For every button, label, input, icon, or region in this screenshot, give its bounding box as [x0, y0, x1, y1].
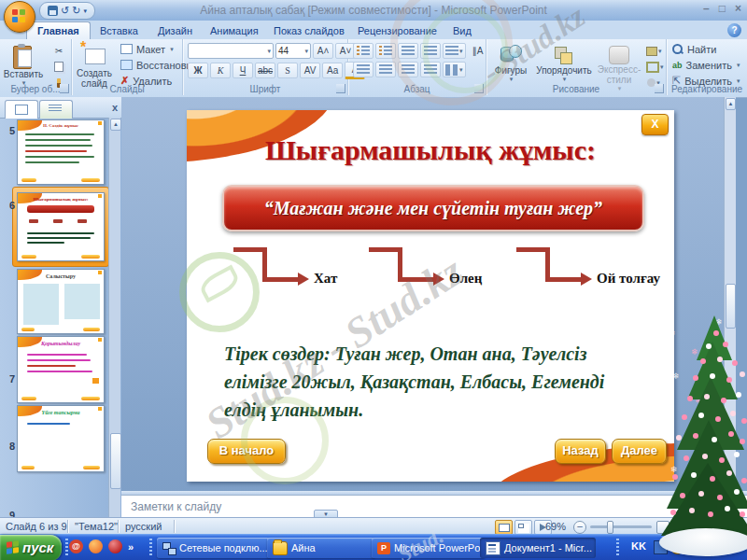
tab-glavnaya[interactable]: Главная	[26, 21, 91, 39]
thumbnail-slide-8[interactable]: Қорытындылау	[17, 336, 105, 403]
help-icon[interactable]: ?	[727, 23, 741, 37]
security-shield-icon[interactable]	[717, 540, 729, 553]
line-spacing-icon[interactable]: ▾	[443, 43, 466, 59]
language-indicator[interactable]: русский	[125, 521, 162, 532]
numbering-icon[interactable]	[375, 43, 396, 59]
find-button[interactable]: Найти	[669, 42, 720, 56]
zoom-slider[interactable]	[590, 525, 652, 528]
justify-icon[interactable]	[420, 62, 441, 77]
canvas-scrollbar[interactable]: ▲	[724, 97, 736, 491]
taskbar-window-powerpoint[interactable]: P Microsoft PowerPo...	[372, 538, 486, 558]
shapes-icon	[500, 45, 522, 65]
zoom-slider-handle[interactable]	[607, 521, 613, 534]
fit-to-window-button[interactable]	[656, 521, 669, 534]
copy-icon[interactable]	[49, 59, 69, 75]
strikethrough-button[interactable]: abc	[255, 63, 275, 78]
taskbar-window-network[interactable]: Сетевые подклю...	[157, 538, 271, 558]
notes-pane[interactable]: Заметки к слайду	[121, 495, 747, 518]
arrow-label-olen[interactable]: Өлең	[449, 271, 482, 287]
tab-vid[interactable]: Вид	[443, 22, 482, 39]
drawing-dialog-launcher-icon[interactable]	[655, 84, 664, 93]
char-spacing-button[interactable]: AV	[300, 63, 320, 78]
italic-button[interactable]: К	[210, 63, 231, 78]
text-direction-icon[interactable]: ∥A	[468, 43, 488, 59]
redo-icon[interactable]: ↻	[72, 4, 80, 18]
bold-button[interactable]: Ж	[188, 63, 208, 78]
thumbnail-slide-5[interactable]: ІІ. Сөздік жұмыс	[17, 119, 105, 185]
firefox-icon[interactable]	[89, 539, 103, 553]
pane-close-icon[interactable]: x	[112, 102, 118, 113]
volume-icon[interactable]	[687, 540, 699, 553]
arrow-label-oy-tolgau[interactable]: Ой толғау	[597, 271, 660, 287]
thumbnail-slide-9[interactable]: Үйге тапсырма	[17, 405, 105, 472]
pen-tray-icon[interactable]	[702, 540, 714, 553]
close-button[interactable]: ×	[735, 2, 741, 15]
columns-icon[interactable]: ▾	[443, 62, 466, 77]
tab-dizayn[interactable]: Дизайн	[148, 22, 203, 39]
next-button[interactable]: Далее	[612, 439, 667, 464]
decrease-indent-icon[interactable]	[398, 43, 418, 59]
text-shadow-button[interactable]: S	[277, 63, 298, 78]
bullets-icon[interactable]	[353, 43, 374, 59]
tab-pokaz-slaydov[interactable]: Показ слайдов	[263, 22, 355, 39]
increase-indent-icon[interactable]	[420, 43, 441, 59]
change-case-button[interactable]: Aa	[322, 63, 343, 78]
align-right-icon[interactable]	[398, 62, 418, 77]
slides-tab[interactable]	[5, 100, 38, 119]
keywords-text[interactable]: Тірек сөздер: Туған жер, Отан ана, Тәуел…	[224, 340, 646, 424]
mail-icon[interactable]: @	[69, 539, 83, 553]
browser-icon[interactable]	[108, 539, 122, 553]
tab-vstavka[interactable]: Вставка	[90, 22, 148, 39]
topic-banner[interactable]: “Мағжан және мен сүйетін туған жер”	[222, 185, 644, 231]
slide-close-button[interactable]: X	[641, 114, 669, 135]
scrollbar-thumb[interactable]	[726, 284, 736, 329]
save-icon[interactable]	[48, 6, 58, 16]
scroll-up-icon[interactable]: ▲	[726, 98, 736, 110]
network-tray-icon[interactable]	[654, 540, 668, 554]
font-dialog-launcher-icon[interactable]	[336, 84, 345, 93]
align-center-icon[interactable]	[375, 62, 396, 77]
slide-sorter-view-button[interactable]	[514, 520, 532, 535]
tab-recenzirovanie[interactable]: Рецензирование	[347, 22, 447, 39]
start-button[interactable]: пуск	[0, 535, 62, 560]
slide-title[interactable]: Шығармашылық жұмыс:	[187, 134, 674, 166]
slide-editor[interactable]: X Шығармашылық жұмыс: “Мағжан және мен с…	[187, 110, 674, 482]
quick-launch-more-icon[interactable]: »	[128, 541, 134, 553]
thumbnail-scrollbar[interactable]: ▲	[108, 118, 120, 517]
back-button[interactable]: Назад	[555, 439, 606, 464]
scroll-up-icon[interactable]: ▲	[110, 119, 121, 131]
office-button[interactable]	[4, 1, 35, 33]
coin-tray-icon[interactable]	[670, 540, 684, 554]
thumbnail-slide-6[interactable]: Шығармашылық жұмыс:	[17, 192, 105, 261]
thumbnail-slide-7[interactable]: Салыстыру	[17, 269, 105, 334]
qat-dropdown-icon[interactable]: ▾	[83, 4, 87, 18]
tab-animaciya[interactable]: Анимация	[200, 22, 269, 39]
grow-font-icon[interactable]: A˄	[313, 43, 333, 59]
layout-button[interactable]: Макет▾	[117, 42, 177, 56]
normal-view-button[interactable]	[495, 520, 513, 535]
maximize-button[interactable]: □	[719, 2, 726, 15]
paragraph-dialog-launcher-icon[interactable]	[474, 84, 484, 93]
font-name-combo[interactable]: ▾	[188, 43, 274, 59]
font-size-combo[interactable]: 44▾	[275, 43, 311, 59]
outline-tab[interactable]	[39, 100, 73, 119]
zoom-out-button[interactable]: –	[573, 521, 586, 534]
undo-icon[interactable]: ↺	[61, 4, 69, 18]
taskbar-window-word[interactable]: Документ1 - Micr...	[480, 538, 596, 558]
underline-button[interactable]: Ч	[233, 63, 253, 78]
scrollbar-thumb[interactable]	[110, 433, 121, 489]
taskbar-window-ayna[interactable]: Айна	[267, 538, 375, 558]
arrow-label-hat[interactable]: Хат	[314, 271, 337, 287]
keyboard-language[interactable]: KK	[631, 540, 646, 552]
home-button[interactable]: В начало	[207, 439, 286, 464]
quick-styles-icon	[609, 46, 629, 64]
replace-button[interactable]: abЗаменить▾	[669, 58, 743, 72]
minimize-button[interactable]: –	[703, 2, 710, 15]
title-bar[interactable]: Айна апталық сабақ [Режим совместимости]…	[0, 0, 747, 21]
align-left-icon[interactable]	[353, 62, 374, 77]
clipboard-dialog-launcher-icon[interactable]	[60, 84, 69, 93]
network-icon	[162, 542, 176, 554]
shape-outline-icon[interactable]: ▾	[643, 59, 667, 75]
shape-fill-icon[interactable]: ▾	[643, 43, 665, 59]
cut-icon[interactable]: ✂	[49, 43, 69, 59]
